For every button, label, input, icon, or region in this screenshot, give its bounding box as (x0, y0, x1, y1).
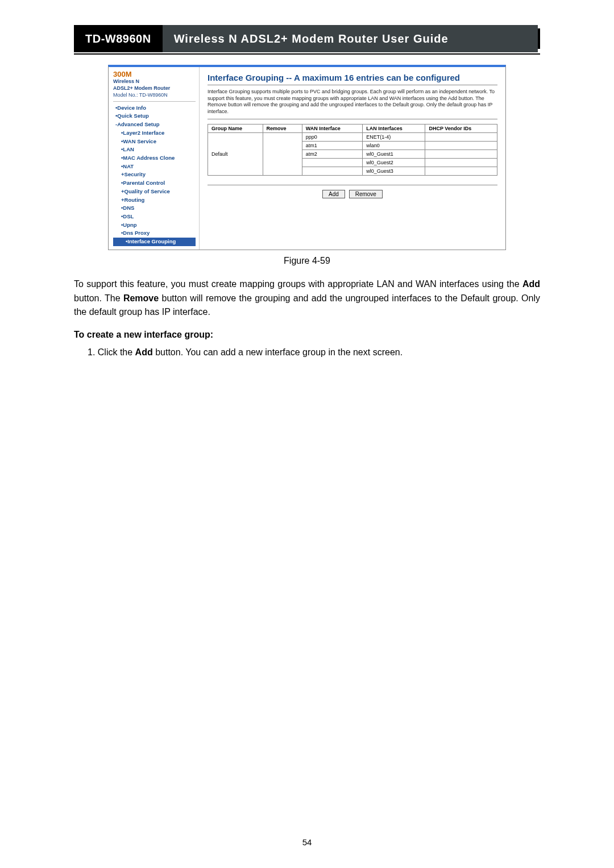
figure-caption: Figure 4-59 (74, 256, 540, 266)
cell-dhcp (425, 141, 497, 149)
step-1: 1. Click the Add button. You can add a n… (88, 346, 540, 360)
sidebar-item[interactable]: •NAT (113, 163, 196, 171)
cell-lan: wlan0 (363, 141, 425, 149)
p1-remove-bold: Remove (123, 293, 159, 303)
sidebar-item[interactable]: •Upnp (113, 221, 196, 230)
sidebar-item[interactable]: •Device Info (113, 104, 196, 113)
sidebar-item[interactable]: •Interface Grouping (113, 238, 196, 246)
sidebar-nav: •Device Info•Quick Setup-Advanced Setup•… (113, 104, 196, 246)
sidebar-item[interactable]: •MAC Address Clone (113, 154, 196, 163)
p1-add-bold: Add (522, 279, 540, 289)
sidebar-item[interactable]: -Advanced Setup (113, 121, 196, 129)
page-number: 54 (74, 837, 540, 847)
header-divider (74, 53, 540, 55)
table-header: Group Name (208, 124, 263, 132)
brand-300m: 300M (113, 70, 196, 78)
cell-wan: atm2 (302, 149, 363, 158)
cell-wan (302, 158, 363, 167)
cell-group-name: Default (208, 132, 263, 175)
table-header: WAN Interface (302, 124, 363, 132)
sidebar-item[interactable]: •DSL (113, 213, 196, 221)
p1-text-b: button. The (74, 293, 123, 303)
cell-dhcp (425, 132, 497, 141)
sidebar-item[interactable]: •DNS (113, 204, 196, 213)
sidebar-item[interactable]: •LAN (113, 146, 196, 154)
table-header: DHCP Vendor IDs (425, 124, 497, 132)
cell-dhcp (425, 158, 497, 167)
brand-line2: Wireless N (113, 78, 196, 85)
sidebar-item[interactable]: +Routing (113, 196, 196, 205)
cell-dhcp (425, 167, 497, 175)
router-screenshot-figure: 300M Wireless N ADSL2+ Modem Router Mode… (108, 65, 506, 250)
cell-lan: wl0_Guest2 (363, 158, 425, 167)
cell-wan (302, 167, 363, 175)
sub-heading: To create a new interface group: (74, 330, 540, 340)
doc-header: TD-W8960N Wireless N ADSL2+ Modem Router… (74, 28, 540, 49)
header-model: TD-W8960N (74, 25, 163, 52)
sidebar-item[interactable]: •Dns Proxy (113, 229, 196, 238)
sidebar-item[interactable]: •Quick Setup (113, 112, 196, 121)
sidebar-item[interactable]: +Quality of Service (113, 188, 196, 196)
brand-line3: ADSL2+ Modem Router (113, 85, 196, 92)
body-paragraph: To support this feature, you must create… (74, 277, 540, 319)
p1-text-a: To support this feature, you must create… (74, 279, 522, 289)
sidebar-item[interactable]: •Parental Control (113, 179, 196, 188)
interface-group-table: Group NameRemoveWAN InterfaceLAN Interfa… (208, 124, 497, 176)
step1-b: button. You can add a new interface grou… (153, 347, 403, 357)
table-row: Defaultppp0ENET(1-4) (208, 132, 497, 141)
cell-lan: ENET(1-4) (363, 132, 425, 141)
step1-a: 1. Click the (88, 347, 135, 357)
remove-button[interactable]: Remove (349, 190, 383, 198)
router-sidebar: 300M Wireless N ADSL2+ Modem Router Mode… (109, 67, 200, 250)
table-header: LAN Interfaces (363, 124, 425, 132)
step1-add-bold: Add (135, 347, 153, 357)
cell-remove (263, 132, 302, 175)
figure-button-row: Add Remove (208, 185, 497, 198)
table-header: Remove (263, 124, 302, 132)
figure-page-title: Interface Grouping -- A maximum 16 entri… (208, 73, 497, 85)
figure-intro-text: Interface Grouping supports multiple por… (208, 89, 497, 119)
header-title: Wireless N ADSL2+ Modem Router User Guid… (163, 25, 538, 52)
cell-lan: wl0_Guest1 (363, 149, 425, 158)
cell-wan: ppp0 (302, 132, 363, 141)
sidebar-item[interactable]: •Layer2 Interface (113, 129, 196, 138)
sidebar-item[interactable]: •WAN Service (113, 138, 196, 146)
router-content: Interface Grouping -- A maximum 16 entri… (200, 67, 505, 250)
cell-dhcp (425, 149, 497, 158)
brand-model: Model No.: TD-W8960N (113, 92, 196, 102)
sidebar-item[interactable]: +Security (113, 171, 196, 179)
add-button[interactable]: Add (322, 190, 345, 198)
cell-lan: wl0_Guest3 (363, 167, 425, 175)
cell-wan: atm1 (302, 141, 363, 149)
